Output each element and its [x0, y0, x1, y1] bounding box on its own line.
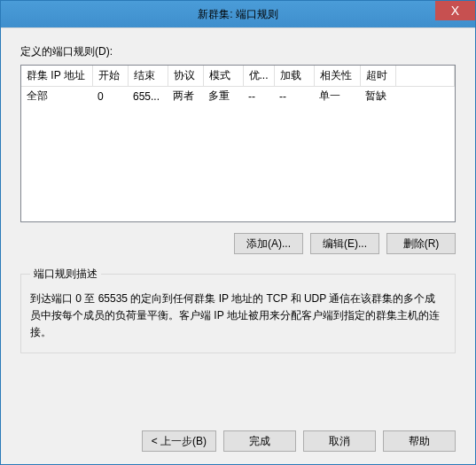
- window-title: 新群集: 端口规则: [198, 7, 278, 22]
- description-fieldset: 端口规则描述 到达端口 0 至 65535 的定向到任何群集 IP 地址的 TC…: [20, 267, 456, 353]
- table-row[interactable]: 全部 0 655... 两者 多重 -- -- 单一 暂缺: [21, 87, 455, 106]
- cell-timeout: 暂缺: [360, 87, 395, 106]
- wizard-footer: < 上一步(B) 完成 取消 帮助: [20, 422, 456, 452]
- titlebar: 新群集: 端口规则 X: [1, 1, 475, 27]
- cell-protocol: 两者: [168, 87, 203, 106]
- spacer: [20, 362, 456, 422]
- add-button[interactable]: 添加(A)...: [234, 233, 303, 254]
- cell-mode: 多重: [203, 87, 243, 106]
- cell-spacer: [395, 87, 454, 106]
- content-area: 定义的端口规则(D): 群集 IP 地址 开始 结束 协议 模式 优... 加载…: [1, 27, 475, 464]
- remove-button[interactable]: 删除(R): [386, 233, 456, 254]
- dialog-window: 新群集: 端口规则 X 定义的端口规则(D): 群集 IP 地址 开始 结束 协…: [0, 0, 476, 465]
- header-spacer: [395, 66, 454, 87]
- cell-affinity: 单一: [314, 87, 360, 106]
- header-start[interactable]: 开始: [92, 66, 128, 87]
- cell-ip: 全部: [21, 87, 92, 106]
- header-timeout[interactable]: 超时: [360, 66, 395, 87]
- cancel-button[interactable]: 取消: [303, 430, 376, 452]
- header-end[interactable]: 结束: [128, 66, 168, 87]
- cell-start: 0: [92, 87, 128, 106]
- header-load[interactable]: 加载: [274, 66, 314, 87]
- description-legend: 端口规则描述: [30, 267, 101, 282]
- help-button[interactable]: 帮助: [383, 430, 456, 452]
- cell-end: 655...: [128, 87, 168, 106]
- close-button[interactable]: X: [435, 1, 475, 20]
- back-button[interactable]: < 上一步(B): [142, 430, 216, 452]
- close-icon: X: [451, 4, 459, 18]
- header-protocol[interactable]: 协议: [168, 66, 203, 87]
- rules-table[interactable]: 群集 IP 地址 开始 结束 协议 模式 优... 加载 相关性 超时 全部: [21, 66, 455, 105]
- cell-priority: --: [243, 87, 274, 106]
- rules-table-container: 群集 IP 地址 开始 结束 协议 模式 优... 加载 相关性 超时 全部: [20, 65, 456, 222]
- header-affinity[interactable]: 相关性: [314, 66, 360, 87]
- description-text: 到达端口 0 至 65535 的定向到任何群集 IP 地址的 TCP 和 UDP…: [30, 291, 446, 342]
- edit-button[interactable]: 编辑(E)...: [310, 233, 379, 254]
- rules-label: 定义的端口规则(D):: [20, 44, 456, 59]
- cell-load: --: [274, 87, 314, 106]
- rule-buttons-row: 添加(A)... 编辑(E)... 删除(R): [20, 233, 456, 254]
- finish-button[interactable]: 完成: [223, 430, 296, 452]
- header-mode[interactable]: 模式: [203, 66, 243, 87]
- header-ip[interactable]: 群集 IP 地址: [21, 66, 92, 87]
- table-header-row: 群集 IP 地址 开始 结束 协议 模式 优... 加载 相关性 超时: [21, 66, 455, 87]
- header-priority[interactable]: 优...: [243, 66, 274, 87]
